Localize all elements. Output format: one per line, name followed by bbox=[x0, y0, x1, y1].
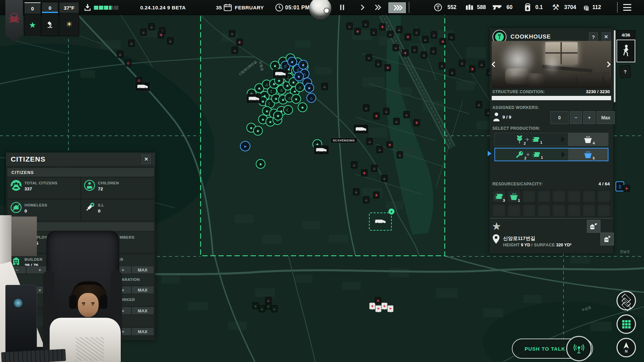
stat-children[interactable]: CHILDREN72 bbox=[81, 177, 154, 199]
photo-next-arrow[interactable] bbox=[606, 61, 610, 68]
pause-button[interactable] bbox=[337, 2, 347, 12]
sun-phase-icon bbox=[324, 8, 329, 13]
fast-forward-button[interactable] bbox=[371, 2, 383, 12]
threat-banner[interactable]: ☠ bbox=[5, 0, 23, 42]
production-recipe-grain[interactable]: 2 + 1 4 bbox=[494, 133, 608, 146]
decrease-button[interactable]: − bbox=[570, 111, 582, 124]
increase-button[interactable]: + bbox=[583, 111, 595, 124]
tools-icon: ⚒ bbox=[552, 3, 559, 12]
weather-tile[interactable]: 37°F ☀ bbox=[59, 2, 79, 36]
max-button[interactable]: MAX bbox=[131, 327, 154, 336]
increase-button[interactable]: + bbox=[26, 286, 53, 294]
value-button[interactable]: 0 bbox=[81, 286, 98, 294]
value-button[interactable]: 0 bbox=[550, 111, 569, 124]
max-button[interactable]: MAX bbox=[131, 286, 154, 294]
increase-button[interactable]: + bbox=[26, 266, 53, 274]
max-button[interactable]: MAX bbox=[53, 266, 81, 274]
increase-button[interactable]: + bbox=[114, 327, 131, 336]
research-tile[interactable]: 0 bbox=[42, 2, 58, 36]
radio-pin[interactable]: ▯ bbox=[615, 181, 624, 191]
value-button[interactable]: 0 bbox=[81, 266, 98, 274]
location-pin-icon bbox=[492, 234, 500, 244]
storage-slot[interactable] bbox=[597, 204, 611, 217]
demolish-building-button[interactable] bbox=[600, 233, 614, 245]
decrease-button[interactable]: − bbox=[98, 286, 114, 294]
worker-cell[interactable] bbox=[7, 315, 81, 327]
axe-icon bbox=[84, 256, 95, 266]
max-button[interactable]: Max bbox=[597, 111, 615, 124]
storage-slot[interactable] bbox=[537, 204, 551, 217]
storage-slot[interactable]: 1 bbox=[507, 190, 521, 203]
structure-condition-label: STRUCTURE CONDITION: bbox=[492, 89, 545, 94]
help-icon[interactable]: ? bbox=[589, 33, 598, 41]
decrease-button[interactable]: − bbox=[98, 327, 114, 336]
decrease-button[interactable]: − bbox=[98, 307, 114, 315]
worker-cell[interactable] bbox=[7, 294, 81, 307]
storage-slot[interactable] bbox=[522, 204, 536, 217]
stat-ill[interactable]: ILL0 bbox=[81, 199, 154, 221]
storage-slot[interactable] bbox=[522, 190, 536, 203]
decrease-button[interactable]: − bbox=[7, 286, 26, 294]
stat-total-citizens[interactable]: TOTAL CITIZENS337 bbox=[7, 177, 81, 199]
hamburger-menu-button[interactable] bbox=[623, 4, 631, 11]
decrease-button[interactable]: − bbox=[7, 266, 26, 274]
value-button[interactable]: 0 bbox=[81, 307, 98, 315]
compass-n-label: N bbox=[625, 349, 628, 353]
storage-slot[interactable] bbox=[492, 204, 506, 217]
increase-button[interactable]: + bbox=[114, 286, 131, 294]
soup-pot-icon-selected: 5 bbox=[584, 150, 592, 159]
stat-label: TOTAL CITIZENS bbox=[24, 181, 57, 185]
close-icon[interactable]: ✕ bbox=[142, 155, 151, 164]
storage-slot[interactable] bbox=[567, 204, 581, 217]
storage-slot[interactable] bbox=[597, 190, 611, 203]
max-button[interactable]: MAX bbox=[131, 266, 154, 274]
logs-icon: 1 bbox=[532, 151, 541, 158]
stat-squad-members[interactable]: SQUAD MEMBERS16 bbox=[81, 232, 154, 253]
compass-button[interactable]: N bbox=[616, 338, 636, 357]
worker-cell[interactable] bbox=[81, 315, 154, 327]
worker-cell[interactable] bbox=[7, 274, 81, 286]
map-layers-button[interactable] bbox=[616, 291, 636, 310]
stat-food-preparation[interactable]: FOOD PREPARATION/ 47 bbox=[81, 274, 154, 286]
alert-pin[interactable]: ✚ bbox=[624, 185, 630, 192]
stat-builder[interactable]: BUILDER39 / 76 bbox=[7, 254, 81, 266]
repair-building-button[interactable] bbox=[587, 220, 600, 233]
selected-building-marker[interactable] bbox=[369, 213, 392, 231]
stat-scavenger[interactable]: SCAVENGER86 / 936 bbox=[81, 254, 154, 266]
storage-slot[interactable] bbox=[582, 204, 596, 217]
add-task-pin[interactable]: + bbox=[388, 208, 394, 215]
worker-controls: − + MAX bbox=[7, 286, 81, 294]
storage-slot[interactable] bbox=[567, 190, 581, 203]
zombie-counter-tile[interactable]: 0 ★ bbox=[24, 2, 41, 36]
fastest-forward-button[interactable] bbox=[388, 2, 406, 13]
worker-cell-partial[interactable]: Y WORKER bbox=[81, 294, 154, 307]
child-icon bbox=[84, 180, 95, 191]
canned-food-icon bbox=[434, 3, 442, 11]
close-icon[interactable]: ✕ bbox=[602, 33, 610, 41]
storage-slot[interactable] bbox=[552, 204, 566, 217]
unknown-location-pin[interactable]: ? bbox=[619, 65, 631, 78]
storage-slot[interactable] bbox=[582, 190, 596, 203]
increase-button[interactable]: + bbox=[114, 266, 131, 274]
stat-unemployed[interactable]: UNEMPLOYED0 / 265 bbox=[7, 232, 81, 253]
radio-antenna-button[interactable] bbox=[566, 336, 592, 361]
stat-homeless[interactable]: HOMELESS0 bbox=[7, 199, 81, 221]
max-button[interactable]: MAX bbox=[53, 286, 81, 294]
production-recipe-meat[interactable]: 2 + 1 5 bbox=[494, 148, 608, 161]
favorite-star-icon[interactable]: ★ bbox=[492, 220, 501, 233]
storage-slot[interactable] bbox=[552, 190, 566, 203]
stat-label: BUILDER bbox=[24, 257, 43, 261]
storage-slot[interactable]: 3 bbox=[492, 190, 506, 203]
build-grid-button[interactable] bbox=[616, 314, 636, 334]
play-button[interactable] bbox=[357, 2, 366, 12]
panel-scrollbar[interactable] bbox=[614, 30, 615, 102]
antenna-icon bbox=[573, 343, 585, 354]
photo-prev-arrow[interactable] bbox=[493, 61, 497, 68]
decrease-button[interactable]: − bbox=[98, 266, 114, 274]
storage-slot[interactable] bbox=[507, 204, 521, 217]
storage-slot[interactable] bbox=[537, 190, 551, 203]
increase-button[interactable]: + bbox=[114, 307, 131, 315]
value-button[interactable]: 0 bbox=[81, 327, 98, 336]
max-button[interactable]: MAX bbox=[131, 307, 154, 315]
scavenger-capacity-badge[interactable]: 4/36 bbox=[616, 30, 635, 62]
